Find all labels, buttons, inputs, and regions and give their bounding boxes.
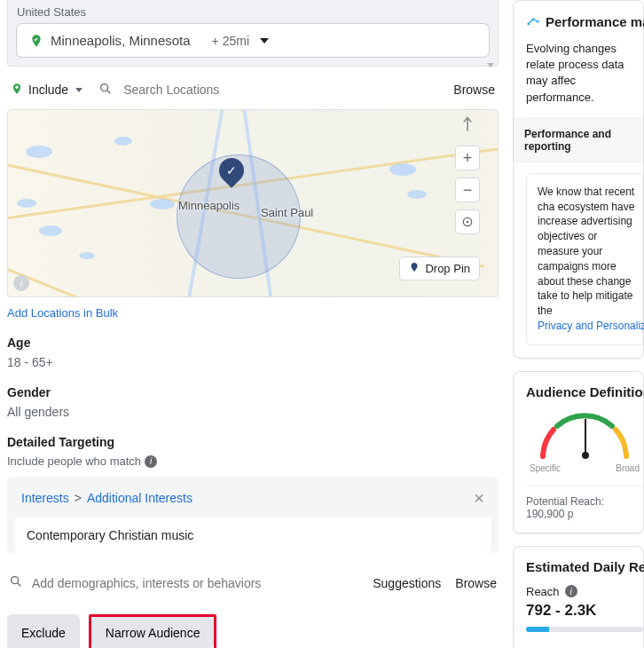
exclude-button[interactable]: Exclude [7, 614, 80, 648]
audience-gauge [536, 410, 633, 460]
remove-interest-button[interactable]: × [474, 489, 484, 507]
svg-line-6 [18, 583, 20, 586]
reach-label: Reachi [526, 585, 643, 598]
detailed-targeting-label: Detailed Targeting [7, 435, 499, 449]
reach-bar-fill [526, 627, 549, 632]
drop-pin-label: Drop Pin [425, 262, 470, 275]
age-value: 18 - 65+ [7, 355, 499, 369]
performance-subheader: Performance and reporting [514, 118, 643, 162]
info-icon[interactable]: i [565, 585, 577, 597]
privacy-link[interactable]: Privacy and Personalizati [538, 320, 644, 332]
drop-pin-button[interactable]: Drop Pin [399, 257, 480, 281]
svg-point-5 [12, 577, 19, 584]
country-label: United States [17, 5, 489, 19]
zoom-in-button[interactable]: + [455, 146, 480, 170]
svg-line-2 [107, 91, 110, 93]
location-search-input[interactable] [123, 79, 448, 100]
detailed-targeting-card: Interests > Additional Interests × Conte… [7, 477, 499, 553]
potential-reach: Potential Reach: 190,900 p [526, 495, 643, 520]
interest-breadcrumb: Interests > Additional Interests × [7, 477, 499, 512]
zoom-out-button[interactable]: − [455, 178, 480, 202]
svg-point-0 [15, 85, 19, 89]
location-radius: + 25mi [212, 34, 249, 48]
audience-editor-column: United States Minneapolis, Minnesota + 2… [0, 0, 506, 648]
gauge-needle-icon [585, 419, 586, 456]
include-match-text: Include people who match i [7, 454, 499, 468]
gauge-broad-label: Broad [616, 463, 640, 473]
include-search-row: Include Browse [7, 67, 499, 109]
compass-icon[interactable] [455, 112, 480, 137]
chevron-down-icon [260, 38, 269, 43]
chevron-down-icon [75, 88, 82, 92]
location-chip[interactable]: Minneapolis, Minnesota + 25mi [17, 24, 489, 57]
location-header-card: United States Minneapolis, Minnesota + 2… [7, 0, 499, 67]
search-icon [9, 574, 23, 591]
age-label: Age [7, 336, 499, 350]
recenter-button[interactable] [455, 209, 480, 234]
trend-icon [526, 13, 540, 30]
reach-value: 792 - 2.3K [526, 602, 643, 620]
map-city-label: Minneapolis [178, 199, 240, 212]
narrow-audience-highlight: Narrow Audience [89, 614, 217, 648]
estimated-title: Estimated Daily Res [526, 559, 643, 574]
add-targeting-input[interactable] [32, 576, 364, 590]
svg-point-4 [467, 221, 469, 224]
map-zoom-controls: + − [455, 146, 480, 234]
browse-locations-button[interactable]: Browse [453, 83, 495, 97]
location-pin-icon [29, 34, 43, 48]
info-icon[interactable]: i [145, 455, 157, 468]
crumb-separator: > [75, 491, 82, 505]
search-icon [98, 82, 113, 99]
audience-definition-card: Audience Definition Specific Broad Poten… [513, 371, 644, 533]
narrow-audience-button[interactable]: Narrow Audience [91, 617, 215, 648]
add-targeting-row: Suggestions Browse [7, 565, 499, 600]
svg-point-1 [101, 83, 108, 91]
gauge-specific-label: Specific [530, 463, 561, 473]
reach-bar [526, 627, 643, 632]
expand-icon[interactable] [487, 63, 494, 67]
suggestions-button[interactable]: Suggestions [373, 576, 441, 590]
add-locations-bulk-link[interactable]: Add Locations in Bulk [7, 306, 499, 320]
gender-label: Gender [7, 385, 499, 399]
targeting-buttons-row: Exclude Narrow Audience [7, 614, 499, 648]
info-icon[interactable]: i [13, 275, 29, 291]
crumb-additional-interests[interactable]: Additional Interests [87, 491, 192, 505]
map-pin-icon[interactable]: ✓ [219, 158, 244, 183]
include-label[interactable]: Include [28, 83, 68, 97]
audience-def-title: Audience Definition [526, 384, 643, 399]
map-city-label: Saint Paul [261, 206, 313, 219]
include-pin-icon [11, 83, 23, 98]
estimated-results-card: Estimated Daily Res Reachi 792 - 2.3K Li… [513, 546, 644, 648]
crumb-interests[interactable]: Interests [21, 491, 69, 505]
interest-chip[interactable]: Contemporary Christian music [14, 518, 491, 553]
gender-value: All genders [7, 405, 499, 419]
performance-desc: Evolving changes relate process data may… [526, 41, 643, 106]
summary-column: Performance ma Evolving changes relate p… [513, 0, 644, 648]
drop-pin-icon [409, 262, 420, 275]
browse-targeting-button[interactable]: Browse [455, 576, 497, 590]
performance-notice: We know that recent cha ecosystem have i… [526, 173, 643, 345]
performance-title: Performance ma [526, 13, 643, 30]
performance-card: Performance ma Evolving changes relate p… [513, 0, 644, 359]
location-map[interactable]: ✓ Minneapolis Saint Paul + − Drop Pin i [7, 109, 499, 297]
location-name: Minneapolis, Minnesota [51, 33, 191, 48]
